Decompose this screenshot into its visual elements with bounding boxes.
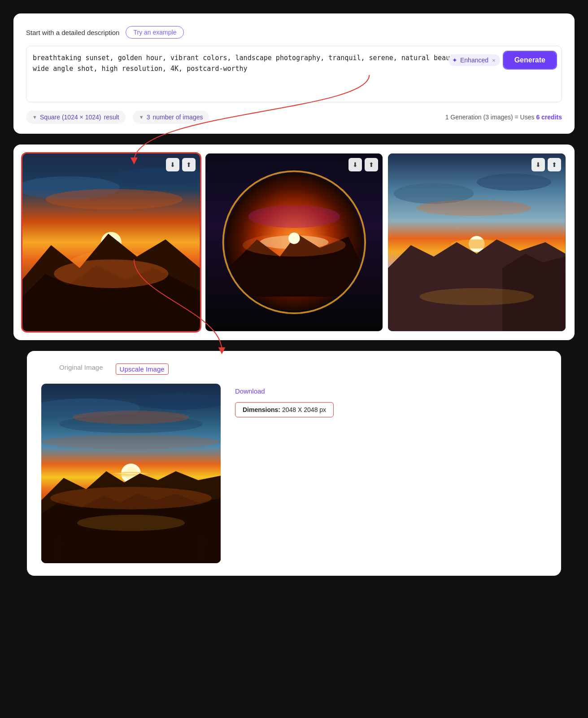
download-link[interactable]: Download xyxy=(235,387,265,395)
image-svg-1 xyxy=(22,153,200,331)
download-button-1[interactable]: ⬇ xyxy=(166,158,179,171)
svg-point-19 xyxy=(248,205,340,228)
prompt-area-wrapper: // Set textarea value from data document… xyxy=(26,46,562,102)
svg-point-35 xyxy=(73,411,189,424)
dimensions-box: Dimensions: 2048 X 2048 px xyxy=(235,402,334,417)
description-label: Start with a detailed description xyxy=(26,29,119,36)
detail-section: Original Image Upscale Image xyxy=(27,351,561,576)
tab-original[interactable]: Original Image xyxy=(59,363,103,375)
image-svg-2 xyxy=(205,153,383,331)
page-wrapper: Start with a detailed description Try an… xyxy=(0,13,588,576)
svg-point-23 xyxy=(417,200,531,216)
svg-point-10 xyxy=(54,259,168,288)
image-card-inner-2 xyxy=(205,153,383,331)
svg-point-40 xyxy=(41,467,221,480)
credits-text: 1 Generation (3 images) = Uses xyxy=(445,114,535,121)
image-2-overlay-btns: ⬇ ⬆ xyxy=(348,158,378,171)
tab-upscale[interactable]: Upscale Image xyxy=(116,363,169,375)
share-button-3[interactable]: ⬆ xyxy=(548,158,561,171)
images-section: ⬇ ⬆ xyxy=(13,144,575,340)
count-dropdown-label: 3 xyxy=(147,114,150,121)
image-card-1[interactable]: ⬇ ⬆ xyxy=(22,153,200,331)
size-dropdown-suffix: result xyxy=(104,114,119,121)
share-button-2[interactable]: ⬆ xyxy=(365,158,378,171)
download-button-2[interactable]: ⬇ xyxy=(348,158,362,171)
svg-point-18 xyxy=(288,232,300,244)
credits-count: 6 credits xyxy=(536,114,562,121)
image-card-2[interactable]: ⬇ ⬆ xyxy=(205,153,383,331)
image-card-inner-3 xyxy=(388,153,566,331)
svg-point-36 xyxy=(41,435,221,449)
detail-image-wrap xyxy=(41,384,221,563)
description-row: Start with a detailed description Try an… xyxy=(26,26,562,39)
detail-content: Download Dimensions: 2048 X 2048 px xyxy=(41,384,547,563)
svg-rect-45 xyxy=(55,545,58,559)
svg-point-22 xyxy=(477,174,551,191)
svg-point-44 xyxy=(77,515,185,531)
image-1-overlay-btns: ⬇ ⬆ xyxy=(166,158,196,171)
try-example-button[interactable]: Try an example xyxy=(126,26,184,39)
top-section: Start with a detailed description Try an… xyxy=(13,13,575,134)
detail-tabs: Original Image Upscale Image xyxy=(41,363,547,375)
dimensions-value: 2048 X 2048 px xyxy=(282,406,326,413)
enhanced-badge: ✦ Enhanced × xyxy=(449,54,500,66)
svg-point-3 xyxy=(45,189,183,210)
image-card-inner-1 xyxy=(22,153,200,331)
size-dropdown[interactable]: ▼ Square (1024 × 1024) result xyxy=(26,110,126,124)
count-dropdown[interactable]: ▼ 3 number of images xyxy=(133,110,209,124)
dimensions-label: Dimensions: xyxy=(243,406,280,413)
detail-image-svg xyxy=(41,384,221,563)
download-button-3[interactable]: ⬇ xyxy=(531,158,545,171)
generate-button[interactable]: Generate xyxy=(504,52,556,69)
image-svg-3 xyxy=(388,153,566,331)
enhanced-close-button[interactable]: × xyxy=(492,57,496,64)
svg-point-43 xyxy=(50,487,212,509)
wand-icon: ✦ xyxy=(452,57,457,64)
share-button-1[interactable]: ⬆ xyxy=(182,158,196,171)
image-card-3[interactable]: ⬇ ⬆ xyxy=(388,153,566,331)
prompt-actions: ✦ Enhanced × Generate xyxy=(449,52,556,69)
svg-rect-47 xyxy=(198,543,202,559)
count-dropdown-suffix: number of images xyxy=(152,114,203,121)
image-3-overlay-btns: ⬇ ⬆ xyxy=(531,158,561,171)
chevron-down-icon: ▼ xyxy=(32,114,37,120)
controls-row: ▼ Square (1024 × 1024) result ▼ 3 number… xyxy=(26,110,562,124)
credits-info: 1 Generation (3 images) = Uses 6 credits xyxy=(445,114,562,121)
svg-point-30 xyxy=(420,288,534,305)
size-dropdown-label: Square (1024 × 1024) xyxy=(40,114,101,121)
detail-info: Download Dimensions: 2048 X 2048 px xyxy=(235,384,547,563)
chevron-down-icon-2: ▼ xyxy=(139,114,144,120)
enhanced-label: Enhanced xyxy=(460,57,488,64)
